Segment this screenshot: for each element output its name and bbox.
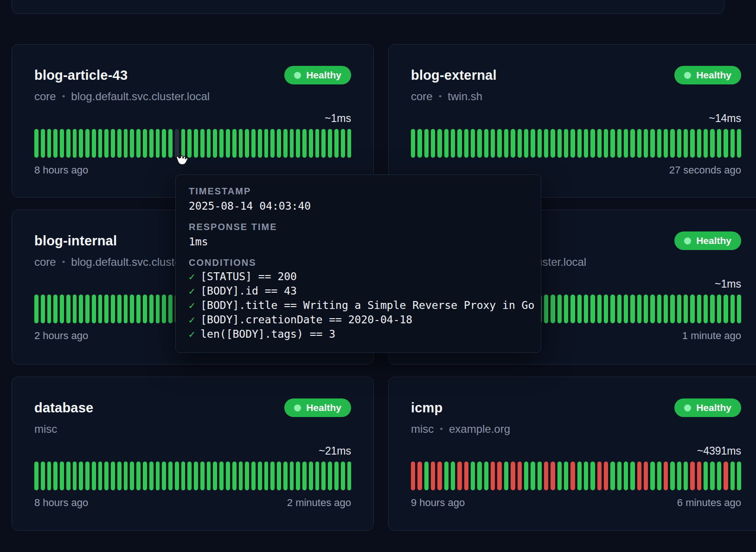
uptime-bar[interactable]	[270, 462, 275, 490]
uptime-bar[interactable]	[232, 129, 237, 158]
uptime-bar[interactable]	[315, 462, 320, 490]
uptime-bar[interactable]	[677, 295, 681, 323]
uptime-bar[interactable]	[283, 462, 288, 490]
uptime-bar[interactable]	[564, 129, 568, 158]
uptime-bar[interactable]	[245, 129, 249, 158]
uptime-bar[interactable]	[290, 129, 294, 158]
uptime-bars[interactable]	[34, 129, 351, 158]
uptime-bar[interactable]	[149, 462, 154, 490]
uptime-bar[interactable]	[557, 129, 562, 158]
uptime-bar[interactable]	[136, 462, 141, 490]
uptime-bar[interactable]	[41, 295, 45, 323]
uptime-bar[interactable]	[181, 462, 186, 490]
uptime-bar[interactable]	[213, 462, 217, 490]
uptime-bar[interactable]	[411, 129, 415, 158]
uptime-bar[interactable]	[737, 462, 741, 490]
uptime-bar[interactable]	[187, 129, 192, 158]
uptime-bar[interactable]	[704, 295, 708, 323]
uptime-bar[interactable]	[451, 462, 455, 490]
uptime-bar[interactable]	[457, 462, 461, 490]
uptime-bar[interactable]	[34, 295, 38, 323]
uptime-bar[interactable]	[497, 462, 501, 490]
uptime-bar[interactable]	[657, 462, 661, 490]
uptime-bar[interactable]	[213, 129, 217, 158]
uptime-bar[interactable]	[315, 129, 320, 158]
uptime-bar[interactable]	[264, 129, 269, 158]
uptime-bar[interactable]	[697, 295, 701, 323]
uptime-bar[interactable]	[477, 462, 481, 490]
uptime-bar[interactable]	[630, 295, 634, 323]
uptime-bar[interactable]	[239, 462, 243, 490]
uptime-bar[interactable]	[92, 295, 96, 323]
uptime-bar[interactable]	[309, 129, 313, 158]
uptime-bar[interactable]	[79, 129, 83, 158]
uptime-bar[interactable]	[34, 129, 38, 158]
uptime-bar[interactable]	[104, 462, 109, 490]
uptime-bar[interactable]	[471, 462, 475, 490]
uptime-bar[interactable]	[162, 129, 166, 158]
uptime-bar[interactable]	[181, 129, 186, 158]
uptime-bar[interactable]	[124, 462, 128, 490]
uptime-bar[interactable]	[570, 129, 575, 158]
uptime-bar[interactable]	[524, 129, 528, 158]
uptime-bar[interactable]	[277, 462, 281, 490]
uptime-bar[interactable]	[334, 462, 339, 490]
uptime-bar[interactable]	[334, 129, 339, 158]
uptime-bar[interactable]	[60, 462, 64, 490]
uptime-bar[interactable]	[730, 295, 735, 323]
uptime-bar[interactable]	[98, 295, 103, 323]
uptime-bar[interactable]	[544, 129, 548, 158]
uptime-bar[interactable]	[724, 295, 728, 323]
uptime-bar[interactable]	[264, 462, 269, 490]
uptime-bar[interactable]	[296, 462, 300, 490]
uptime-bars[interactable]	[411, 129, 741, 158]
uptime-bar[interactable]	[73, 462, 77, 490]
uptime-bar[interactable]	[730, 462, 735, 490]
uptime-bar[interactable]	[251, 129, 256, 158]
uptime-bar[interactable]	[624, 462, 628, 490]
uptime-bar[interactable]	[504, 129, 508, 158]
uptime-bar[interactable]	[464, 462, 468, 490]
uptime-bar[interactable]	[98, 129, 103, 158]
uptime-bar[interactable]	[143, 129, 147, 158]
uptime-bar[interactable]	[597, 462, 602, 490]
uptime-bar[interactable]	[524, 462, 528, 490]
uptime-bar[interactable]	[610, 129, 615, 158]
uptime-bar[interactable]	[175, 129, 179, 158]
uptime-bar[interactable]	[73, 129, 77, 158]
uptime-bar[interactable]	[296, 129, 300, 158]
uptime-bar[interactable]	[484, 129, 488, 158]
uptime-bar[interactable]	[471, 129, 475, 158]
uptime-bar[interactable]	[637, 129, 641, 158]
uptime-bar[interactable]	[79, 295, 83, 323]
uptime-bar[interactable]	[431, 462, 435, 490]
uptime-bar[interactable]	[92, 462, 96, 490]
uptime-bar[interactable]	[53, 129, 58, 158]
uptime-bar[interactable]	[597, 129, 602, 158]
uptime-bar[interactable]	[73, 295, 77, 323]
uptime-bar[interactable]	[187, 462, 192, 490]
uptime-bar[interactable]	[604, 295, 608, 323]
uptime-bar[interactable]	[117, 129, 122, 158]
uptime-bar[interactable]	[219, 129, 224, 158]
uptime-bar[interactable]	[590, 129, 595, 158]
uptime-bar[interactable]	[347, 462, 352, 490]
uptime-bar[interactable]	[670, 462, 674, 490]
uptime-bar[interactable]	[697, 129, 701, 158]
uptime-bar[interactable]	[143, 462, 147, 490]
uptime-bar[interactable]	[207, 129, 211, 158]
uptime-bar[interactable]	[168, 129, 173, 158]
uptime-bar[interactable]	[60, 129, 64, 158]
uptime-bar[interactable]	[477, 129, 481, 158]
uptime-bars[interactable]	[34, 462, 351, 490]
uptime-bar[interactable]	[551, 295, 555, 323]
uptime-bar[interactable]	[590, 462, 595, 490]
uptime-bar[interactable]	[200, 462, 205, 490]
uptime-bar[interactable]	[650, 295, 654, 323]
uptime-bar[interactable]	[491, 129, 495, 158]
uptime-bar[interactable]	[504, 462, 508, 490]
uptime-bar[interactable]	[724, 462, 728, 490]
uptime-bars[interactable]	[411, 462, 741, 490]
uptime-bar[interactable]	[34, 462, 38, 490]
uptime-bar[interactable]	[232, 462, 237, 490]
